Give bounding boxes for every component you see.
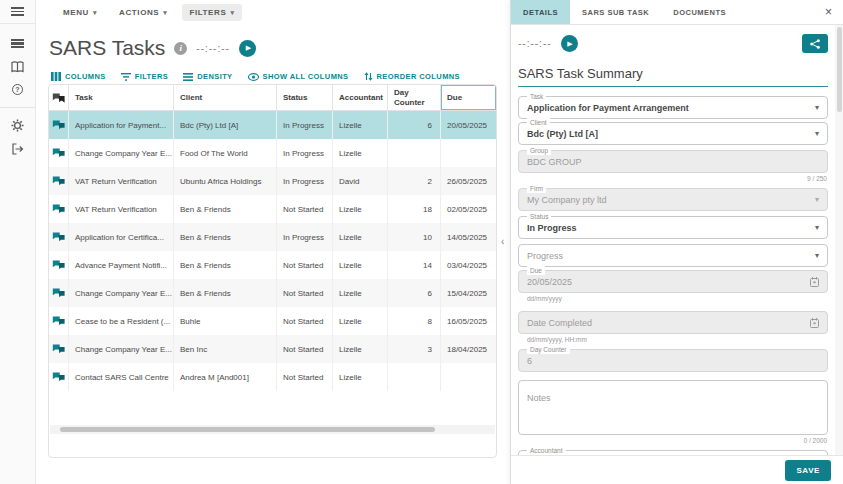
cell-day-counter[interactable] (388, 139, 441, 167)
cell-client[interactable]: Ben & Friends (174, 195, 277, 223)
cell-day-counter[interactable]: 6 (388, 111, 441, 139)
vertical-scrollbar[interactable] (835, 25, 843, 455)
cell-status[interactable]: Not Started (277, 251, 333, 279)
play-timer-button[interactable]: ▶ (239, 40, 256, 57)
horizontal-scrollbar[interactable] (50, 425, 495, 434)
cell-due[interactable]: 14/05/2025 (441, 223, 496, 251)
cell-accountant[interactable]: Lizelle (333, 139, 388, 167)
column-header-status[interactable]: Status (277, 85, 333, 110)
cell-client[interactable]: Ubuntu Africa Holdings (174, 167, 277, 195)
cell-task[interactable]: VAT Return Verification (69, 195, 174, 223)
cell-task[interactable]: Advance Payment Notifi... (69, 251, 174, 279)
cell-accountant[interactable]: Lizelle (333, 223, 388, 251)
chat-bubbles-icon[interactable] (52, 344, 65, 354)
cell-task[interactable]: VAT Return Verification (69, 167, 174, 195)
column-header-client[interactable]: Client (174, 85, 277, 110)
cell-client[interactable]: Ben Inc (174, 335, 277, 363)
chat-bubbles-icon[interactable] (52, 372, 65, 382)
cell-task[interactable]: Change Company Year E... (69, 335, 174, 363)
cell-status[interactable]: In Progress (277, 223, 333, 251)
table-row[interactable]: VAT Return Verification Ben & Friends No… (49, 195, 496, 223)
cell-status[interactable]: Not Started (277, 195, 333, 223)
filters-dropdown[interactable]: FILTERS▾ (182, 4, 241, 21)
cell-day-counter[interactable]: 8 (388, 307, 441, 335)
table-row[interactable]: Change Company Year E... Ben Inc Not Sta… (49, 335, 496, 363)
share-button[interactable] (802, 34, 828, 53)
cell-due[interactable] (441, 363, 496, 391)
table-row[interactable]: Advance Payment Notifi... Ben & Friends … (49, 251, 496, 279)
cell-due[interactable]: 03/04/2025 (441, 251, 496, 279)
cell-client[interactable]: Ben & Friends (174, 223, 277, 251)
help-icon[interactable]: ? (0, 78, 36, 101)
table-row[interactable]: Application for Payment... Bdc (Pty) Ltd… (49, 111, 496, 139)
table-row[interactable]: VAT Return Verification Ubuntu Africa Ho… (49, 167, 496, 195)
cell-day-counter[interactable]: 6 (388, 279, 441, 307)
cell-task[interactable]: Cease to be a Resident (... (69, 307, 174, 335)
knowledge-book-icon[interactable] (0, 55, 36, 78)
settings-gear-icon[interactable] (0, 114, 36, 137)
cell-day-counter[interactable]: 14 (388, 251, 441, 279)
info-icon[interactable]: i (174, 42, 187, 55)
cell-due[interactable] (441, 139, 496, 167)
cell-due[interactable]: 18/04/2025 (441, 335, 496, 363)
vertical-scrollbar-thumb[interactable] (837, 27, 842, 112)
table-row[interactable]: Contact SARS Call Centre Andrea M [And00… (49, 363, 496, 391)
close-icon[interactable]: × (814, 0, 843, 24)
chat-bubbles-icon[interactable] (52, 120, 65, 130)
cell-client[interactable]: Ben & Friends (174, 251, 277, 279)
table-row[interactable]: Change Company Year E... Food Of The Wor… (49, 139, 496, 167)
cell-status[interactable]: In Progress (277, 167, 333, 195)
table-row[interactable]: Cease to be a Resident (... Buhle Not St… (49, 307, 496, 335)
table-row[interactable]: Application for Certifica... Ben & Frien… (49, 223, 496, 251)
cell-client[interactable]: Food Of The World (174, 139, 277, 167)
chat-column-header[interactable] (49, 85, 69, 110)
columns-button[interactable]: COLUMNS (51, 72, 106, 81)
play-task-timer-button[interactable]: ▶ (561, 35, 578, 52)
cell-due[interactable]: 15/04/2025 (441, 279, 496, 307)
tab-documents[interactable]: DOCUMENTS (661, 0, 738, 24)
cell-status[interactable]: Not Started (277, 307, 333, 335)
cell-status[interactable]: Not Started (277, 335, 333, 363)
column-header-due[interactable]: Due (441, 85, 496, 110)
chat-bubbles-icon[interactable] (52, 148, 65, 158)
chat-bubbles-icon[interactable] (52, 176, 65, 186)
cell-task[interactable]: Application for Certifica... (69, 223, 174, 251)
cell-day-counter[interactable] (388, 363, 441, 391)
column-header-day-counter[interactable]: Day Counter (388, 85, 441, 110)
cell-status[interactable]: Not Started (277, 279, 333, 307)
cell-due[interactable]: 02/05/2025 (441, 195, 496, 223)
chat-bubbles-icon[interactable] (52, 204, 65, 214)
cell-day-counter[interactable]: 18 (388, 195, 441, 223)
chat-bubbles-icon[interactable] (52, 260, 65, 270)
cell-status[interactable]: In Progress (277, 139, 333, 167)
notes-textarea[interactable]: Notes (518, 380, 828, 435)
cell-day-counter[interactable]: 3 (388, 335, 441, 363)
cell-status[interactable]: Not Started (277, 363, 333, 391)
tab-sars-sub-task[interactable]: SARS SUB TASK (570, 0, 661, 24)
cell-client[interactable]: Buhle (174, 307, 277, 335)
cell-accountant[interactable]: Lizelle (333, 279, 388, 307)
filters-button[interactable]: FILTERS (121, 72, 169, 81)
chat-bubbles-icon[interactable] (52, 232, 65, 242)
table-row[interactable]: Change Company Year E... Ben & Friends N… (49, 279, 496, 307)
cell-status[interactable]: In Progress (277, 111, 333, 139)
cell-task[interactable]: Change Company Year E... (69, 279, 174, 307)
chat-bubbles-icon[interactable] (52, 316, 65, 326)
density-button[interactable]: DENSITY (183, 72, 232, 81)
cell-accountant[interactable]: Lizelle (333, 335, 388, 363)
save-button[interactable]: SAVE (785, 460, 831, 481)
cell-accountant[interactable]: Lizelle (333, 307, 388, 335)
task-select[interactable]: Task Application for Payment Arrangement… (518, 96, 828, 119)
logout-icon[interactable] (0, 137, 36, 160)
cell-due[interactable]: 26/05/2025 (441, 167, 496, 195)
cell-accountant[interactable]: Lizelle (333, 111, 388, 139)
cell-day-counter[interactable]: 2 (388, 167, 441, 195)
horizontal-scrollbar-thumb[interactable] (60, 427, 435, 432)
chat-bubbles-icon[interactable] (52, 288, 65, 298)
cell-accountant[interactable]: Lizelle (333, 363, 388, 391)
cell-accountant[interactable]: David (333, 167, 388, 195)
column-header-accountant[interactable]: Accountant (333, 85, 388, 110)
cell-client[interactable]: Andrea M [And001] (174, 363, 277, 391)
cell-accountant[interactable]: Lizelle (333, 195, 388, 223)
panel-collapse-chevron-icon[interactable]: ‹ (501, 236, 504, 247)
